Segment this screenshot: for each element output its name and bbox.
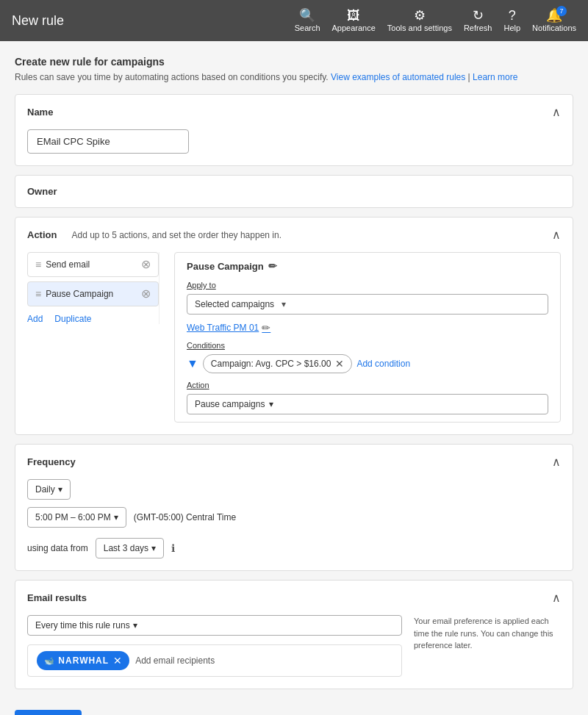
email-recipient-tag: 🐋 NARWHAL ✕	[37, 651, 129, 670]
frequency-select[interactable]: Daily ▾	[27, 479, 71, 500]
action-card-body: ≡ Send email ⊗ ≡ Pause Campaign ⊗ Add	[15, 252, 573, 434]
drag-handle-icon: ≡	[35, 259, 41, 270]
frequency-card-body: Daily ▾ 5:00 PM – 6:00 PM ▾ (GMT-05:00) …	[15, 479, 573, 570]
email-results-content: Every time this rule runs ▾ 🐋 NARWHAL ✕ …	[27, 615, 561, 677]
search-nav-item[interactable]: 🔍 Search	[295, 9, 320, 32]
notifications-nav-item[interactable]: 🔔 7 Notifications	[532, 9, 576, 32]
action-sub-label: Action	[187, 381, 548, 389]
owner-label: Owner	[27, 186, 57, 197]
email-results-card-body: Every time this rule runs ▾ 🐋 NARWHAL ✕ …	[15, 615, 573, 689]
action-card-header[interactable]: Action Add up to 5 actions, and set the …	[15, 218, 573, 252]
data-from-arrow-icon: ▾	[151, 543, 156, 553]
action-label: Action	[27, 229, 57, 240]
email-description: Your email preference is applied each ti…	[414, 615, 561, 652]
notifications-label: Notifications	[532, 24, 576, 32]
time-select[interactable]: 5:00 PM – 6:00 PM ▾	[27, 507, 126, 528]
save-rule-button[interactable]: Save rule	[15, 710, 82, 715]
footer-actions: Save rule Preview Cancel	[15, 698, 573, 715]
refresh-label: Refresh	[464, 24, 492, 32]
email-freq-arrow-icon: ▾	[133, 620, 137, 630]
page-title: New rule	[12, 13, 295, 29]
narwhal-logo: 🐋 NARWHAL	[44, 655, 109, 666]
frequency-label: Frequency	[27, 456, 76, 467]
edit-icon[interactable]: ✏	[268, 260, 277, 272]
timezone-label: (GMT-05:00) Central Time	[134, 512, 236, 522]
add-email-recipients-button[interactable]: Add email recipients	[135, 655, 215, 666]
add-condition-link[interactable]: Add condition	[356, 359, 410, 369]
appearance-nav-item[interactable]: 🖼 Appearance	[332, 9, 376, 32]
action-section-wrapper: ≡ Send email ⊗ ≡ Pause Campaign ⊗ Add	[27, 252, 561, 423]
remove-email-recipient-button[interactable]: ✕	[113, 655, 122, 667]
page-subtitle: Rules can save you time by automating ac…	[15, 72, 573, 82]
send-email-label: Send email	[46, 259, 90, 270]
name-card-body	[15, 129, 573, 165]
help-nav-item[interactable]: ? Help	[503, 9, 520, 32]
create-rule-title: Create new rule for campaigns	[15, 56, 573, 68]
time-row: 5:00 PM – 6:00 PM ▾ (GMT-05:00) Central …	[27, 507, 561, 528]
condition-row: ▼ Campaign: Avg. CPC > $16.00 ✕ Add cond…	[187, 354, 548, 373]
notifications-icon: 🔔 7	[546, 9, 562, 22]
action-chevron-icon: ∧	[552, 228, 561, 242]
data-from-select[interactable]: Last 3 days ▾	[96, 538, 164, 558]
apply-to-dropdown[interactable]: Selected campaigns ▾	[187, 294, 548, 315]
apply-to-label: Apply to	[187, 281, 548, 290]
name-chevron-icon: ∧	[552, 105, 561, 119]
remove-pause-campaign-button[interactable]: ⊗	[141, 288, 151, 300]
add-action-button[interactable]: Add	[27, 314, 43, 324]
action-value-dropdown[interactable]: Pause campaigns ▾	[187, 394, 548, 414]
dropdown-arrow-icon: ▾	[282, 299, 286, 309]
email-results-chevron-icon: ∧	[552, 591, 561, 605]
campaign-edit-icon[interactable]: ✏	[262, 322, 270, 334]
name-input[interactable]	[27, 129, 189, 154]
notification-badge: 7	[556, 6, 567, 16]
action-list-controls: Add Duplicate	[27, 314, 159, 324]
name-card: Name ∧	[15, 94, 573, 166]
conditions-label: Conditions	[187, 341, 548, 350]
owner-card: Owner	[15, 175, 573, 208]
conditions-area: Conditions ▼ Campaign: Avg. CPC > $16.00…	[187, 341, 548, 373]
email-results-label: Email results	[27, 592, 87, 603]
action-list: ≡ Send email ⊗ ≡ Pause Campaign ⊗ Add	[27, 252, 159, 324]
page-content: Create new rule for campaigns Rules can …	[0, 41, 588, 715]
appearance-label: Appearance	[332, 24, 376, 32]
email-left: Every time this rule runs ▾ 🐋 NARWHAL ✕ …	[27, 615, 402, 677]
email-freq-select[interactable]: Every time this rule runs ▾	[27, 615, 402, 636]
tools-icon: ⚙	[414, 9, 426, 22]
email-results-card: Email results ∧ Every time this rule run…	[15, 580, 573, 689]
frequency-card-header[interactable]: Frequency ∧	[15, 445, 573, 479]
freq-dropdown-arrow-icon: ▾	[58, 484, 62, 495]
filter-icon: ▼	[187, 357, 198, 370]
pause-campaign-label: Pause Campaign	[46, 289, 113, 299]
data-from-row: using data from Last 3 days ▾ ℹ	[27, 535, 561, 558]
frequency-chevron-icon: ∧	[552, 455, 561, 469]
action-card: Action Add up to 5 actions, and set the …	[15, 217, 573, 435]
frequency-card: Frequency ∧ Daily ▾ 5:00 PM – 6:00 PM ▾ …	[15, 444, 573, 571]
examples-link[interactable]: View examples of automated rules	[331, 72, 465, 82]
list-item[interactable]: ≡ Pause Campaign ⊗	[27, 281, 159, 306]
refresh-icon: ↻	[473, 9, 484, 22]
appearance-icon: 🖼	[347, 9, 360, 22]
remove-send-email-button[interactable]: ⊗	[141, 259, 151, 270]
email-results-card-header[interactable]: Email results ∧	[15, 581, 573, 615]
name-card-header[interactable]: Name ∧	[15, 95, 573, 129]
search-icon: 🔍	[299, 9, 315, 22]
refresh-nav-item[interactable]: ↻ Refresh	[464, 9, 492, 32]
help-icon: ?	[509, 9, 516, 22]
action-detail-title: Pause Campaign ✏	[187, 260, 548, 272]
name-label: Name	[27, 107, 53, 118]
campaign-link[interactable]: Web Traffic PM 01 ✏	[187, 322, 548, 334]
owner-card-header[interactable]: Owner	[15, 176, 573, 207]
action-dropdown-arrow-icon: ▾	[269, 399, 273, 409]
info-icon: ℹ	[171, 542, 175, 554]
top-bar-actions: 🔍 Search 🖼 Appearance ⚙ Tools and settin…	[295, 9, 576, 32]
learn-more-link[interactable]: Learn more	[473, 72, 517, 82]
search-label: Search	[295, 24, 320, 32]
tools-nav-item[interactable]: ⚙ Tools and settings	[387, 9, 452, 32]
time-dropdown-arrow-icon: ▾	[114, 512, 118, 522]
top-bar: New rule 🔍 Search 🖼 Appearance ⚙ Tools a…	[0, 0, 588, 41]
duplicate-action-button[interactable]: Duplicate	[54, 314, 91, 324]
drag-handle-icon: ≡	[35, 288, 41, 300]
help-label: Help	[503, 24, 520, 32]
remove-condition-button[interactable]: ✕	[335, 358, 344, 370]
list-item[interactable]: ≡ Send email ⊗	[27, 252, 159, 277]
